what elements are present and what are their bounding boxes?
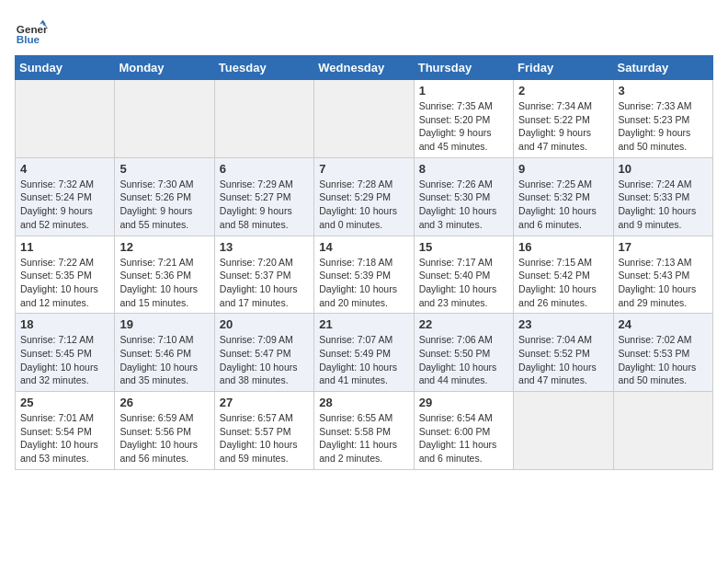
day-number: 15	[419, 240, 508, 254]
calendar-cell: 28Sunrise: 6:55 AMSunset: 5:58 PMDayligh…	[314, 392, 414, 470]
day-number: 4	[20, 162, 109, 176]
svg-text:Blue: Blue	[17, 33, 40, 45]
calendar-cell: 20Sunrise: 7:09 AMSunset: 5:47 PMDayligh…	[214, 314, 313, 392]
day-header-wednesday: Wednesday	[314, 56, 414, 80]
day-number: 10	[619, 162, 708, 176]
calendar-cell: 19Sunrise: 7:10 AMSunset: 5:46 PMDayligh…	[115, 314, 214, 392]
day-info: Sunrise: 7:06 AMSunset: 5:50 PMDaylight:…	[419, 333, 508, 387]
day-header-friday: Friday	[514, 56, 613, 80]
week-row-5: 25Sunrise: 7:01 AMSunset: 5:54 PMDayligh…	[16, 392, 713, 470]
day-header-saturday: Saturday	[613, 56, 712, 80]
day-number: 25	[20, 396, 109, 409]
calendar-cell: 16Sunrise: 7:15 AMSunset: 5:42 PMDayligh…	[514, 236, 613, 314]
day-number: 13	[220, 240, 309, 254]
day-number: 14	[319, 240, 408, 254]
calendar-cell: 17Sunrise: 7:13 AMSunset: 5:43 PMDayligh…	[613, 236, 712, 314]
calendar-cell: 21Sunrise: 7:07 AMSunset: 5:49 PMDayligh…	[314, 314, 414, 392]
day-info: Sunrise: 7:33 AMSunset: 5:23 PMDaylight:…	[619, 99, 708, 154]
day-info: Sunrise: 7:15 AMSunset: 5:42 PMDaylight:…	[518, 256, 608, 310]
day-header-sunday: Sunday	[16, 56, 115, 80]
day-info: Sunrise: 7:32 AMSunset: 5:24 PMDaylight:…	[20, 178, 109, 232]
day-info: Sunrise: 7:07 AMSunset: 5:49 PMDaylight:…	[319, 333, 408, 387]
calendar-cell	[16, 80, 115, 158]
day-header-thursday: Thursday	[414, 56, 513, 80]
day-info: Sunrise: 6:54 AMSunset: 6:00 PMDaylight:…	[419, 411, 508, 465]
day-number: 21	[319, 317, 408, 331]
day-number: 26	[119, 396, 209, 409]
page-header: General Blue	[15, 15, 713, 48]
day-header-monday: Monday	[115, 56, 214, 80]
day-info: Sunrise: 7:25 AMSunset: 5:32 PMDaylight:…	[518, 178, 608, 232]
calendar-body: 1Sunrise: 7:35 AMSunset: 5:20 PMDaylight…	[16, 80, 713, 470]
day-number: 19	[119, 317, 209, 331]
calendar-cell: 25Sunrise: 7:01 AMSunset: 5:54 PMDayligh…	[16, 392, 115, 470]
calendar-cell: 7Sunrise: 7:28 AMSunset: 5:29 PMDaylight…	[314, 157, 414, 236]
calendar-cell: 8Sunrise: 7:26 AMSunset: 5:30 PMDaylight…	[414, 157, 513, 236]
calendar-cell	[214, 80, 313, 158]
day-info: Sunrise: 7:09 AMSunset: 5:47 PMDaylight:…	[220, 333, 309, 387]
day-info: Sunrise: 6:55 AMSunset: 5:58 PMDaylight:…	[319, 411, 408, 465]
day-info: Sunrise: 7:10 AMSunset: 5:46 PMDaylight:…	[119, 333, 209, 387]
day-number: 22	[419, 317, 508, 331]
calendar-cell: 11Sunrise: 7:22 AMSunset: 5:35 PMDayligh…	[16, 236, 115, 314]
calendar-cell: 2Sunrise: 7:34 AMSunset: 5:22 PMDaylight…	[514, 80, 613, 158]
calendar-cell: 22Sunrise: 7:06 AMSunset: 5:50 PMDayligh…	[414, 314, 513, 392]
day-number: 2	[518, 84, 608, 98]
calendar-cell	[514, 392, 613, 470]
day-number: 11	[20, 240, 109, 254]
day-info: Sunrise: 7:24 AMSunset: 5:33 PMDaylight:…	[619, 178, 708, 232]
day-number: 24	[619, 317, 708, 331]
week-row-1: 1Sunrise: 7:35 AMSunset: 5:20 PMDaylight…	[16, 80, 713, 158]
day-number: 5	[119, 162, 209, 176]
calendar-table: SundayMondayTuesdayWednesdayThursdayFrid…	[15, 55, 713, 470]
day-number: 23	[518, 317, 608, 331]
calendar-cell: 6Sunrise: 7:29 AMSunset: 5:27 PMDaylight…	[214, 157, 313, 236]
calendar-cell: 27Sunrise: 6:57 AMSunset: 5:57 PMDayligh…	[214, 392, 313, 470]
day-info: Sunrise: 7:26 AMSunset: 5:30 PMDaylight:…	[419, 178, 508, 232]
day-number: 8	[419, 162, 508, 176]
day-number: 20	[220, 317, 309, 331]
logo-icon: General Blue	[15, 15, 48, 48]
day-info: Sunrise: 7:02 AMSunset: 5:53 PMDaylight:…	[619, 333, 708, 387]
day-info: Sunrise: 7:34 AMSunset: 5:22 PMDaylight:…	[518, 99, 608, 154]
calendar-cell: 1Sunrise: 7:35 AMSunset: 5:20 PMDaylight…	[414, 80, 513, 158]
day-info: Sunrise: 7:12 AMSunset: 5:45 PMDaylight:…	[20, 333, 109, 387]
day-info: Sunrise: 7:17 AMSunset: 5:40 PMDaylight:…	[419, 256, 508, 310]
calendar-cell	[115, 80, 214, 158]
day-number: 16	[518, 240, 608, 254]
calendar-cell: 15Sunrise: 7:17 AMSunset: 5:40 PMDayligh…	[414, 236, 513, 314]
day-info: Sunrise: 7:22 AMSunset: 5:35 PMDaylight:…	[20, 256, 109, 310]
day-number: 27	[220, 396, 309, 409]
day-info: Sunrise: 7:28 AMSunset: 5:29 PMDaylight:…	[319, 178, 408, 232]
day-info: Sunrise: 7:04 AMSunset: 5:52 PMDaylight:…	[518, 333, 608, 387]
day-info: Sunrise: 7:18 AMSunset: 5:39 PMDaylight:…	[319, 256, 408, 310]
day-number: 28	[319, 396, 408, 409]
calendar-cell: 18Sunrise: 7:12 AMSunset: 5:45 PMDayligh…	[16, 314, 115, 392]
calendar-cell: 26Sunrise: 6:59 AMSunset: 5:56 PMDayligh…	[115, 392, 214, 470]
day-number: 12	[119, 240, 209, 254]
day-info: Sunrise: 7:20 AMSunset: 5:37 PMDaylight:…	[220, 256, 309, 310]
day-number: 3	[619, 84, 708, 98]
day-header-tuesday: Tuesday	[214, 56, 313, 80]
day-info: Sunrise: 7:35 AMSunset: 5:20 PMDaylight:…	[419, 99, 508, 154]
day-number: 6	[220, 162, 309, 176]
calendar-cell: 3Sunrise: 7:33 AMSunset: 5:23 PMDaylight…	[613, 80, 712, 158]
day-number: 17	[619, 240, 708, 254]
days-of-week-row: SundayMondayTuesdayWednesdayThursdayFrid…	[16, 56, 713, 80]
day-info: Sunrise: 7:30 AMSunset: 5:26 PMDaylight:…	[119, 178, 209, 232]
day-info: Sunrise: 7:29 AMSunset: 5:27 PMDaylight:…	[220, 178, 309, 232]
calendar-cell: 29Sunrise: 6:54 AMSunset: 6:00 PMDayligh…	[414, 392, 513, 470]
calendar-cell: 9Sunrise: 7:25 AMSunset: 5:32 PMDaylight…	[514, 157, 613, 236]
day-info: Sunrise: 6:59 AMSunset: 5:56 PMDaylight:…	[119, 411, 209, 465]
calendar-header: SundayMondayTuesdayWednesdayThursdayFrid…	[16, 56, 713, 80]
calendar-cell	[613, 392, 712, 470]
calendar-cell: 23Sunrise: 7:04 AMSunset: 5:52 PMDayligh…	[514, 314, 613, 392]
day-number: 7	[319, 162, 408, 176]
calendar-cell: 13Sunrise: 7:20 AMSunset: 5:37 PMDayligh…	[214, 236, 313, 314]
day-info: Sunrise: 7:21 AMSunset: 5:36 PMDaylight:…	[119, 256, 209, 310]
week-row-3: 11Sunrise: 7:22 AMSunset: 5:35 PMDayligh…	[16, 236, 713, 314]
calendar-cell: 5Sunrise: 7:30 AMSunset: 5:26 PMDaylight…	[115, 157, 214, 236]
day-info: Sunrise: 7:13 AMSunset: 5:43 PMDaylight:…	[619, 256, 708, 310]
week-row-4: 18Sunrise: 7:12 AMSunset: 5:45 PMDayligh…	[16, 314, 713, 392]
calendar-cell: 10Sunrise: 7:24 AMSunset: 5:33 PMDayligh…	[613, 157, 712, 236]
